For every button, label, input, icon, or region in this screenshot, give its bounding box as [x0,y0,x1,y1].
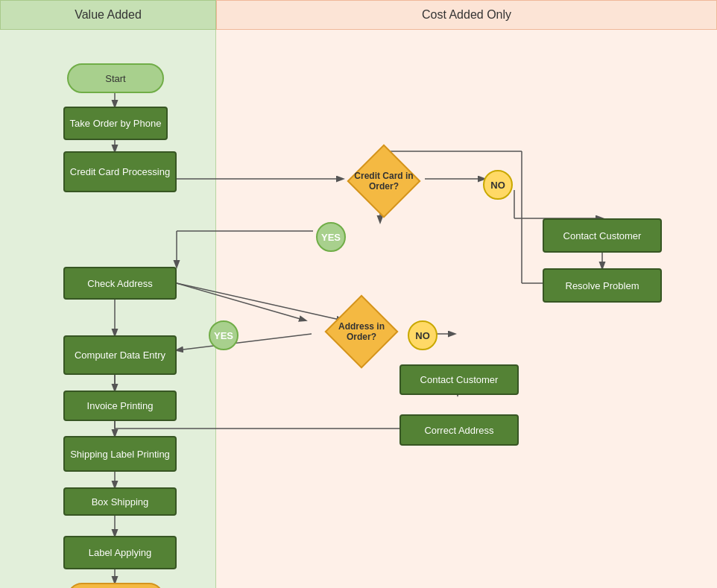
header-row: Value Added Cost Added Only [0,0,717,30]
address-diamond-wrapper: Address in Order? [320,302,402,361]
diagram-container: Value Added Cost Added Only [0,0,717,588]
header-value-added: Value Added [0,0,216,30]
credit-card-diamond-wrapper: Credit Card in Order? [343,151,425,211]
start-node: Start [67,63,164,93]
no1-badge: NO [483,170,513,200]
credit-card-processing-node: Credit Card Processing [63,151,177,192]
box-shipping-node: Box Shipping [63,487,177,516]
contact-customer-1-node: Contact Customer [543,218,662,253]
invoice-printing-node: Invoice Printing [63,391,177,421]
yes1-badge: YES [316,222,346,252]
label-applying-node: Label Applying [63,536,177,569]
no2-badge: NO [408,320,438,350]
shipping-label-printing-node: Shipping Label Printing [63,436,177,472]
computer-data-entry-node: Computer Data Entry [63,335,177,375]
header-cost-added: Cost Added Only [216,0,717,30]
right-panel [216,30,717,588]
resolve-problem-node: Resolve Problem [543,268,662,303]
correct-address-node: Correct Address [399,414,519,446]
end-node: End [67,583,164,588]
contact-customer-2-node: Contact Customer [399,364,519,395]
take-order-node: Take Order by Phone [63,107,168,140]
check-address-node: Check Address [63,267,177,300]
diagram-body: Start Take Order by Phone Credit Card Pr… [0,30,717,588]
yes2-badge: YES [209,320,239,350]
